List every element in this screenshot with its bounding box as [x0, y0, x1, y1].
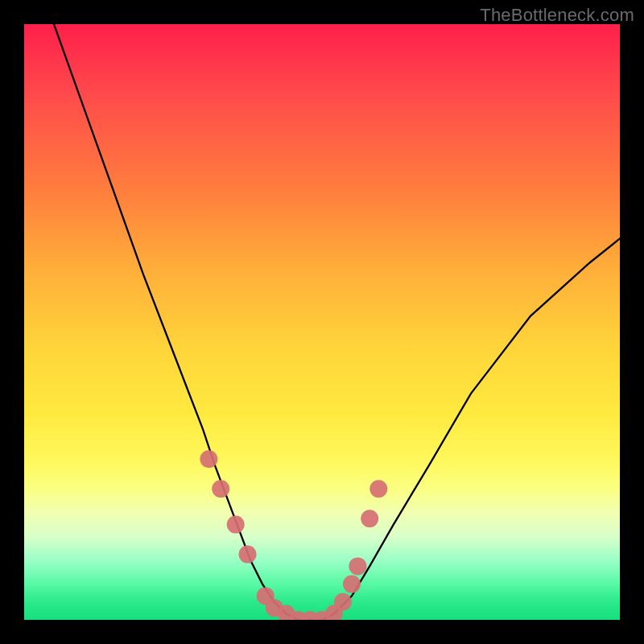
- highlight-marker: [349, 557, 366, 575]
- watermark-text: TheBottleneck.com: [480, 5, 634, 26]
- highlight-marker: [343, 576, 361, 593]
- bottleneck-curve: [54, 24, 620, 620]
- chart-svg: [24, 24, 620, 620]
- highlight-marker: [212, 480, 229, 497]
- highlight-marker: [369, 480, 387, 497]
- plot-area: [24, 24, 620, 620]
- highlight-marker: [227, 516, 245, 534]
- highlight-marker-group: [200, 450, 387, 620]
- highlight-marker: [334, 593, 352, 611]
- chart-frame: TheBottleneck.com: [0, 0, 644, 644]
- highlight-marker: [361, 510, 378, 527]
- highlight-marker: [200, 450, 217, 468]
- highlight-marker: [239, 546, 257, 564]
